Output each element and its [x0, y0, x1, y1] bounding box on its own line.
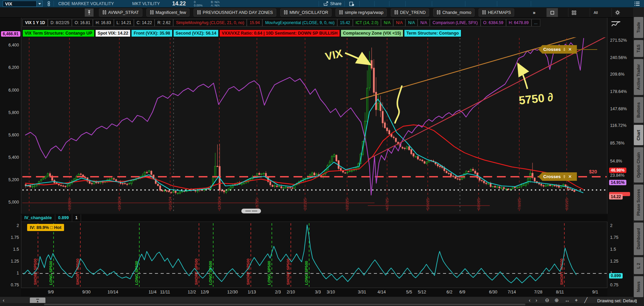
right-axis-tick: 240.56% [610, 55, 627, 60]
left-axis-tick: 6,200 [0, 65, 19, 70]
lower-left-tick: 1.25 [0, 259, 19, 264]
right-axis-tick: 209.6% [610, 72, 624, 77]
header-segment: MovAvgExponential (CLOSE, 9, 0, no) [262, 19, 337, 26]
crosses-alert-badge-top[interactable]: Crosses ⇩ ✕ [538, 45, 577, 54]
left-axis-tick: 5,200 [0, 177, 19, 182]
bottom-scrollbar-thumb[interactable] [44, 304, 525, 305]
trading-platform-window: VIX CBOE MARKET VOLATILITY MKT VLTILITY … [0, 0, 644, 306]
svg-text:3/21/25: 3/21/25 [345, 198, 349, 210]
header-segment: D: 8/22/25 [48, 19, 72, 26]
right-axis-tick: 147.68% [610, 107, 627, 111]
pan-right-icon[interactable]: › [536, 297, 537, 303]
lower-right-tick: 1.25 [610, 259, 618, 264]
signal-badge: Term Structure: Contango [404, 30, 461, 37]
right-axis-tick: 271.52% [610, 38, 627, 43]
svg-text:7/18/25: 7/18/25 [518, 198, 521, 210]
header-segment: SimpleMovingAvg (CLOSE, 21, 0, no) [173, 19, 247, 26]
svg-text:LONG SP500: LONG SP500 [208, 261, 213, 285]
pan-left-icon[interactable]: ‹ [529, 297, 530, 303]
sidebar-tab-active-trader[interactable]: Active Trader [634, 59, 643, 95]
right-axis-tick: 116.72% [610, 123, 626, 128]
lower-left-tick: 1.75 [0, 235, 19, 240]
svg-text:LONG SP500: LONG SP500 [304, 261, 308, 285]
header-segment: 15.42 [337, 19, 353, 26]
sidebar-tab-trade[interactable]: Trade [634, 17, 643, 38]
header-segment: N/A [418, 19, 430, 26]
chart-header-row: VIX 1 Y 1DD: 8/22/25O: 16.81H: 16.83L: 1… [22, 19, 540, 26]
svg-text:LONG SP500: LONG SP500 [49, 261, 53, 285]
crosses-label: Crosses [543, 174, 561, 179]
zoom-out-icon[interactable]: ⊖ [545, 297, 549, 303]
svg-text:2/21/25: 2/21/25 [303, 198, 307, 210]
svg-text:6/20/25: 6/20/25 [477, 198, 481, 210]
right-axis-badge: 46.98% [609, 168, 626, 173]
jump-to-end-icon: ▲ [36, 299, 39, 303]
left-axis-tick: 5,800 [0, 110, 19, 115]
right-sidebar: TradeT&SActive TraderButtonsChartOption … [633, 7, 644, 306]
drawing-line-icon[interactable]: ╱ [584, 297, 587, 303]
header-segment: H: 16.83 [93, 19, 114, 26]
header-segment: ICT (14, 2.0) [353, 19, 381, 26]
svg-text:5750 ∂: 5750 ∂ [518, 91, 554, 107]
svg-text:4/17/25: 4/17/25 [385, 198, 389, 210]
right-axis-tick: 85.76% [610, 141, 624, 146]
signal-badge: VXX/VXZ Ratio: 0.64 | 10D Sentiment: DOW… [219, 30, 340, 37]
header-segment: C: 14.22 [134, 19, 155, 26]
right-axis-tick: 178.64% [610, 89, 627, 94]
sidebar-tab-l-2[interactable]: L 2 [634, 257, 643, 274]
header-segment: N/A [381, 19, 393, 26]
panel-divider-handle[interactable] [241, 209, 261, 213]
lower-left-tick: 0.75 [0, 283, 19, 287]
svg-text:VIX: VIX [324, 47, 344, 63]
header-segment: ... [531, 19, 540, 26]
left-axis-tick: 5,000 [0, 200, 19, 205]
lower-right-tick: 1.75 [610, 235, 618, 240]
sidebar-tab-t-s[interactable]: T&S [634, 40, 643, 57]
svg-text:8/15/25: 8/15/25 [565, 198, 569, 210]
header-segment: R: 2.62 [155, 19, 173, 26]
lower-study-header: IV_changable 0.899 1 [21, 214, 607, 222]
signal-badge: Complacency Zone (VIX <15) [341, 30, 403, 37]
scroll-left-arrow[interactable]: ‹ [3, 297, 4, 303]
header-segment: VIX 1 Y 1D [22, 19, 48, 26]
drawing-set-selector[interactable]: Drawing set: Default [597, 298, 637, 303]
comparison-last-badge: 6,466.91 [1, 31, 20, 37]
close-icon[interactable]: ✕ [568, 47, 572, 52]
header-segment: L: 14.21 [114, 19, 134, 26]
lower-right-tick: 2 [610, 223, 612, 228]
right-axis-tick: 54.8% [610, 159, 622, 164]
sidebar-tab-news[interactable]: News [634, 276, 643, 297]
sidebar-tab-option-chain[interactable]: Option Chain [634, 147, 643, 183]
left-axis-tick: 6,000 [0, 88, 19, 93]
crosshair-icon[interactable]: ⌖ [575, 297, 578, 303]
chart-mode-icon[interactable] [611, 20, 621, 29]
study-name[interactable]: IV_changable [21, 214, 55, 222]
header-segment: O: 16.81 [72, 19, 93, 26]
lower-left-tick: 1.5 [0, 247, 19, 252]
horizontal-expand-icon[interactable]: ↔ [565, 297, 570, 303]
study-value: 0.899 [55, 214, 72, 222]
sidebar-tab-phase-scores[interactable]: Phase Scores [634, 185, 643, 221]
lower-left-tick: 2 [0, 223, 19, 228]
crosses-alert-badge-bottom[interactable]: Crosses ⇧ ✕ [538, 172, 577, 181]
zoom-in-icon[interactable]: ⊕ [555, 297, 559, 303]
header-segment: H: 6478.89 [506, 19, 531, 26]
header-segment: Comparison (LINE, SPX) [430, 19, 480, 26]
sidebar-tab-buttons[interactable]: Buttons [634, 97, 643, 123]
left-axis-tick: 6,400 [0, 43, 19, 47]
close-icon[interactable]: ✕ [568, 174, 572, 179]
signal-badge: Spot VIX: 14.22 [95, 30, 130, 37]
signal-badge: VIX Term Structure: Contango UP [22, 30, 95, 37]
right-axis-badge: 14.91% [609, 180, 626, 185]
header-segment: O: 6384.59 [481, 19, 506, 26]
right-axis-tick: 23.84% [610, 173, 624, 178]
svg-text:1/17/25: 1/17/25 [255, 198, 259, 210]
sidebar-tab-chart[interactable]: Chart [634, 125, 643, 145]
price-level-label: $20 [589, 169, 597, 174]
lower-right-tick: 0.75 [610, 283, 618, 287]
signal-badges-row: VIX Term Structure: Contango UPSpot VIX:… [22, 30, 461, 37]
lower-left-tick: 1 [0, 271, 19, 275]
upper-plot-group: 9/20/2410/18/2411/15/2412/20/241/17/252/… [22, 27, 610, 211]
sidebar-tab-dashboard[interactable]: Dashboard [634, 223, 643, 255]
iv-hot-badge: IV: 89.9% □ Hot [27, 224, 64, 231]
